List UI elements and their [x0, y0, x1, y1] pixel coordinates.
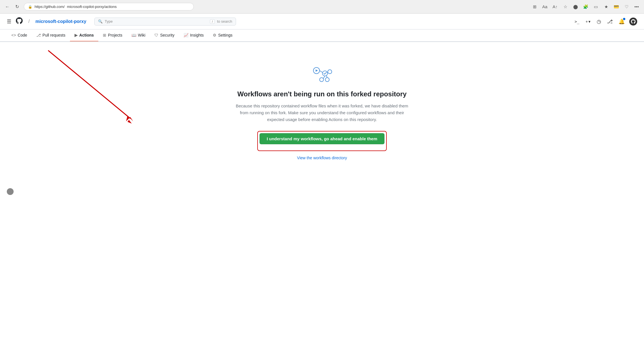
view-workflows-directory-link[interactable]: View the workflows directory: [297, 156, 347, 160]
tab-pull-requests[interactable]: ⎇ Pull requests: [32, 29, 70, 41]
repo-name[interactable]: microsoft-copilot-porxy: [35, 19, 86, 24]
sidebar-button[interactable]: ▭: [592, 3, 600, 11]
copilot-timer-icon: ◷: [597, 18, 601, 25]
wiki-icon: 📖: [131, 33, 136, 37]
svg-line-8: [323, 76, 325, 79]
hamburger-menu[interactable]: ☰: [7, 18, 11, 25]
annotation-arrow: [45, 48, 142, 127]
back-button[interactable]: ←: [3, 3, 11, 11]
tab-code[interactable]: <> Code: [7, 29, 32, 41]
tab-security-label: Security: [160, 33, 175, 37]
browser-wallet-button[interactable]: 💳: [612, 3, 620, 11]
tab-actions[interactable]: ▶ Actions: [70, 29, 98, 41]
svg-marker-1: [126, 116, 133, 121]
plus-icon: +: [586, 19, 588, 24]
tab-wiki-label: Wiki: [138, 33, 145, 37]
svg-point-7: [328, 70, 332, 74]
extensions-button[interactable]: 🧩: [582, 3, 590, 11]
browser-nav-buttons: ← ↻: [3, 3, 21, 11]
main-content: Workflows aren't being run on this forke…: [0, 42, 644, 184]
browser-chrome: ← ↻ 🔒 https://github.com/microsoft-copil…: [0, 0, 644, 14]
security-icon: 🛡: [154, 33, 158, 37]
user-avatar[interactable]: [629, 18, 637, 26]
more-button[interactable]: •••: [633, 3, 641, 11]
workflows-icon: [311, 65, 333, 83]
font-size-button[interactable]: A↑: [551, 3, 559, 11]
projects-icon: ⊞: [103, 33, 106, 37]
address-url: https://github.com/: [35, 5, 65, 9]
tab-settings-label: Settings: [218, 33, 233, 37]
tab-pull-requests-label: Pull requests: [42, 33, 65, 37]
reader-mode-button[interactable]: Aa: [541, 3, 549, 11]
github-header: ☰ / microsoft-copilot-porxy 🔍 Type / to …: [0, 14, 644, 29]
favorites-button[interactable]: ☆: [561, 3, 569, 11]
search-kbd-shortcut: /: [210, 19, 215, 24]
notification-badge: [623, 18, 625, 20]
profile-button[interactable]: ⬤: [571, 3, 579, 11]
tab-security[interactable]: 🛡 Security: [150, 29, 179, 41]
notifications-button[interactable]: 🔔: [617, 17, 626, 26]
terminal-icon: >_: [575, 19, 579, 24]
search-label: Type: [105, 19, 113, 24]
tab-projects-label: Projects: [108, 33, 122, 37]
svg-line-0: [48, 50, 130, 118]
enable-button-container: I understand my workflows, go ahead and …: [257, 131, 386, 151]
create-new-button[interactable]: + ▾: [584, 18, 592, 25]
search-box[interactable]: 🔍 Type / to search: [94, 18, 236, 26]
pull-request-button[interactable]: ⎇: [606, 17, 614, 26]
chevron-down-icon: ▾: [588, 19, 590, 24]
search-icon: 🔍: [98, 19, 103, 24]
browser-tools: ⊞ Aa A↑ ☆ ⬤ 🧩 ▭ ★ 💳 ♡ •••: [531, 3, 641, 11]
terminal-button[interactable]: >_: [573, 18, 581, 25]
header-actions: >_ + ▾ ◷ ⎇ 🔔: [573, 17, 637, 26]
tab-insights-label: Insights: [190, 33, 204, 37]
tab-projects[interactable]: ⊞ Projects: [98, 29, 127, 41]
pr-icon: ⎇: [607, 18, 613, 25]
svg-line-5: [320, 71, 323, 73]
tab-grid-button[interactable]: ⊞: [531, 3, 539, 11]
code-icon: <>: [11, 33, 16, 37]
timer-button[interactable]: ◷: [596, 17, 602, 26]
github-logo[interactable]: [16, 17, 23, 26]
insights-icon: 📈: [184, 33, 188, 37]
tab-wiki[interactable]: 📖 Wiki: [127, 29, 150, 41]
pull-request-tab-icon: ⎇: [36, 33, 41, 37]
tab-code-label: Code: [18, 33, 27, 37]
tab-settings[interactable]: ⚙ Settings: [208, 29, 237, 41]
footer-avatar: [7, 188, 14, 195]
reload-button[interactable]: ↻: [13, 3, 21, 11]
lock-icon: 🔒: [28, 5, 32, 9]
svg-line-11: [326, 76, 327, 78]
svg-point-9: [320, 78, 324, 82]
footer-area: [0, 184, 644, 200]
collections-button[interactable]: ★: [602, 3, 610, 11]
actions-icon: ▶: [75, 33, 78, 37]
tab-actions-label: Actions: [79, 33, 94, 37]
main-description: Because this repository contained workfl…: [231, 103, 413, 123]
search-suffix: to search: [217, 19, 232, 24]
svg-point-6: [322, 71, 328, 76]
breadcrumb-slash: /: [28, 18, 30, 24]
main-heading: Workflows aren't being run on this forke…: [237, 90, 407, 98]
address-bar[interactable]: 🔒 https://github.com/microsoft-copilot-p…: [24, 3, 194, 10]
repo-nav: <> Code ⎇ Pull requests ▶ Actions ⊞ Proj…: [0, 29, 644, 42]
svg-marker-2: [127, 120, 132, 124]
tab-insights[interactable]: 📈 Insights: [179, 29, 208, 41]
copilot-button[interactable]: ♡: [622, 3, 630, 11]
address-path: microsoft-copilot-porxy/actions: [67, 5, 117, 9]
svg-point-10: [325, 78, 329, 82]
enable-workflows-button[interactable]: I understand my workflows, go ahead and …: [260, 133, 384, 144]
settings-icon: ⚙: [213, 33, 216, 37]
